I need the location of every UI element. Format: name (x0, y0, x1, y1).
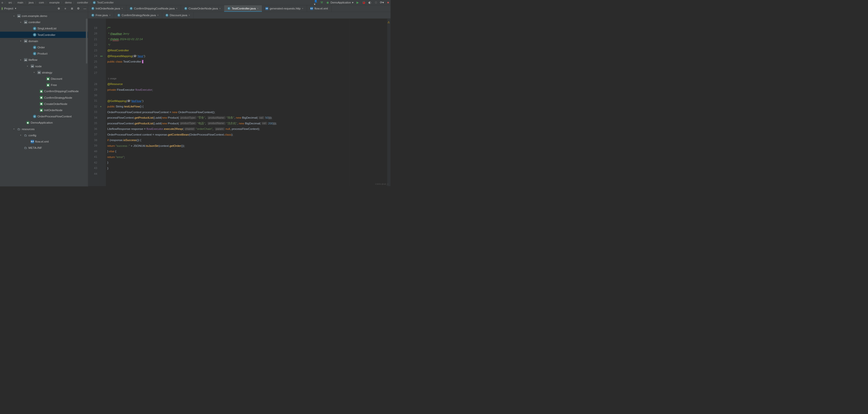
profiler-icon[interactable]: ⊙ (374, 1, 378, 4)
tree-item-singlinkedlist[interactable]: CSingLinkedList (0, 25, 88, 32)
tab-confirmshippingcostnode-java[interactable]: CConfirmShippingCostNode.java× (126, 5, 181, 12)
tree-item-liteflow[interactable]: ▾▬liteflow (0, 57, 88, 63)
code-line[interactable]: /** (107, 25, 388, 31)
crumb-0[interactable]: o (1, 1, 4, 4)
tree-arrow-icon[interactable]: ▾ (20, 21, 23, 23)
tree-item-discount[interactable]: ▣Discount (0, 76, 88, 82)
tree-arrow-icon[interactable]: ▾ (20, 40, 23, 42)
code-line[interactable]: processFlowContext.getProductList().add(… (107, 120, 388, 126)
tree-item-resources[interactable]: ▾🗀resources (0, 126, 88, 132)
coverage-icon[interactable]: ◐ (368, 1, 372, 4)
crumb-3[interactable]: java (28, 1, 34, 4)
settings-icon[interactable]: ⚙ (77, 7, 80, 10)
tree-arrow-icon[interactable]: ▾ (34, 71, 36, 74)
code-line[interactable]: @GetMapping(◍▾"liteFlow") (107, 98, 388, 104)
code-editor[interactable]: /** * @author Jerry * @date 2024-02-01 2… (106, 19, 387, 186)
debug-icon[interactable]: 🐞 (362, 1, 366, 4)
tree-item-config[interactable]: ▾🗀config (0, 132, 88, 138)
close-icon[interactable]: × (176, 7, 177, 10)
tab-discount-java[interactable]: CDiscount.java× (162, 12, 193, 19)
tree-item-confirmstrategynode[interactable]: ▣ConfirmStrategyNode (0, 94, 88, 101)
stop-icon[interactable]: ■ (386, 1, 390, 4)
tree-arrow-icon[interactable]: ▾ (20, 59, 23, 61)
tab-flow-el-xml[interactable]: ELFflow.el.xml (307, 5, 332, 12)
code-line[interactable]: OrderProcessFlowContext context = respon… (107, 131, 388, 137)
code-line[interactable]: * @author Jerry (107, 31, 388, 36)
chevron-down-icon[interactable]: ▾ (15, 7, 16, 10)
code-line[interactable]: } else { (107, 149, 388, 154)
tree-arrow-icon[interactable]: ▾ (27, 65, 30, 67)
code-line[interactable]: } (107, 165, 388, 171)
code-line[interactable]: } (107, 160, 388, 166)
project-scrollbar[interactable] (86, 19, 88, 64)
code-line[interactable]: processFlowContext.getProductList().add(… (107, 115, 388, 121)
crumb-1[interactable]: src (8, 1, 13, 4)
code-line[interactable]: public String testLiteFlow() { (107, 104, 388, 110)
tree-item-initordernode[interactable]: ▣InitOrderNode (0, 107, 88, 113)
tree-item-orderprocessflowcontext[interactable]: COrderProcessFlowContext (0, 113, 88, 120)
code-line[interactable] (107, 92, 388, 98)
code-line[interactable]: * @date 2024-02-01 22:14 (107, 36, 388, 42)
user-icon[interactable]: 👤▾ (314, 1, 317, 4)
tree-arrow-icon[interactable]: ▾ (13, 128, 16, 130)
tree-item-createordernode[interactable]: ▣CreateOrderNode (0, 101, 88, 107)
close-icon[interactable]: × (109, 14, 111, 17)
run-config-dropdown[interactable]: ◉ DemoApplication ▾ (326, 1, 353, 4)
code-line[interactable]: if (response.isSuccess()) { (107, 137, 388, 143)
tab-confirmstrategynode-java[interactable]: CConfirmStrategyNode.java× (114, 12, 162, 19)
tree-item-node[interactable]: ▾▬node (0, 63, 88, 69)
tab-createordernode-java[interactable]: CCreateOrderNode.java× (181, 5, 224, 12)
code-line[interactable]: @RestController (107, 48, 388, 53)
collapse-all-icon[interactable]: ≣ (70, 7, 74, 10)
crumb-6[interactable]: demo (64, 1, 72, 4)
code-line[interactable]: return "success :" + JSONUtil.toJsonStr(… (107, 143, 388, 149)
tree-item-meta-inf[interactable]: 🗀META-INF (0, 145, 88, 151)
gutter-run-icon[interactable]: ◉▶ (100, 53, 105, 59)
close-icon[interactable]: × (157, 14, 159, 17)
actions-icon[interactable]: ⟳▾ (380, 1, 384, 4)
tree-item-flow-el-xml[interactable]: ELFflow.el.xml (0, 138, 88, 145)
tree-item-testcontroller[interactable]: CTestController (0, 32, 88, 38)
code-line[interactable]: @RequestMapping(◍▾"/test") (107, 53, 388, 59)
warning-icon[interactable]: ⚠ (388, 21, 390, 24)
hide-icon[interactable]: — (83, 7, 87, 10)
code-line[interactable]: OrderProcessFlowContext processFlowConte… (107, 109, 388, 115)
tree-item-free[interactable]: ▣Free (0, 82, 88, 88)
tab-testcontroller-java[interactable]: CTestController.java× (224, 5, 262, 12)
close-icon[interactable]: × (257, 7, 258, 10)
code-line[interactable]: public class TestController { (107, 59, 388, 64)
code-line[interactable]: @Resource (107, 81, 388, 87)
tab-generated-requests-http[interactable]: APIgenerated-requests.http× (262, 5, 307, 12)
tree-item-domain[interactable]: ▾▬domain (0, 38, 88, 44)
tree-item-demoapplication[interactable]: ◉DemoApplication (0, 120, 88, 126)
tree-arrow-icon[interactable]: ▾ (13, 15, 16, 17)
gutter-bean-icon[interactable]: ◉ (100, 104, 105, 110)
crumb-8[interactable]: TestController (96, 1, 114, 4)
tree-arrow-icon[interactable]: ▾ (20, 134, 23, 137)
close-icon[interactable]: × (302, 7, 304, 10)
tree-item-controller[interactable]: ▾▬controller (0, 19, 88, 25)
tab-initordernode-java[interactable]: CInitOrderNode.java× (88, 5, 126, 12)
tree-item-confirmshippingcostnode[interactable]: ▣ConfirmShippingCostNode (0, 88, 88, 94)
code-line[interactable] (107, 20, 388, 25)
code-line[interactable] (107, 70, 388, 76)
tree-item-product[interactable]: CProduct (0, 51, 88, 57)
code-line[interactable]: 1 usage (107, 76, 388, 81)
crumb-2[interactable]: main (17, 1, 24, 4)
select-opened-icon[interactable]: ⊕ (57, 7, 61, 10)
close-icon[interactable]: × (121, 7, 123, 10)
close-icon[interactable]: × (219, 7, 221, 10)
project-tree[interactable]: ▾▬com.example.demo▾▬controllerCSingLinke… (0, 12, 88, 186)
tree-item-strategy[interactable]: ▾▬strategy (0, 69, 88, 76)
run-icon[interactable]: ▶ (356, 1, 360, 4)
crumb-7[interactable]: controller (76, 1, 89, 4)
panel-title[interactable]: Project (4, 7, 13, 10)
close-icon[interactable]: × (189, 14, 190, 17)
code-line[interactable]: LiteflowResponse response = flowExecutor… (107, 126, 388, 132)
code-line[interactable]: return "error"; (107, 154, 388, 160)
breadcrumb[interactable]: o〉 src〉 main〉 java〉 com〉 example〉 demo〉 … (1, 1, 115, 4)
expand-all-icon[interactable]: ≡ (64, 7, 67, 10)
crumb-5[interactable]: example (49, 1, 60, 4)
tree-item-com-example-demo[interactable]: ▾▬com.example.demo (0, 13, 88, 19)
code-line[interactable]: */ (107, 42, 388, 47)
